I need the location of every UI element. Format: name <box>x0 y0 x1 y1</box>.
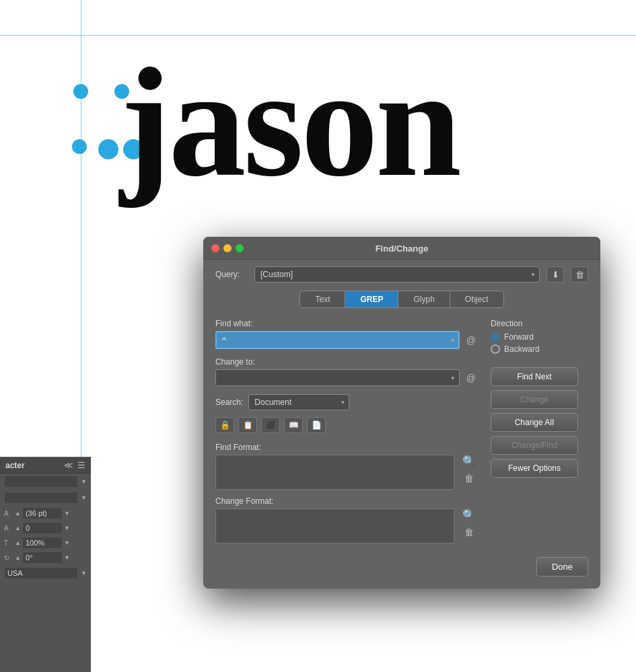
char-panel-icons: ≪ ☰ <box>64 460 85 470</box>
change-all-button[interactable]: Change AlI <box>491 413 578 432</box>
tab-glyph[interactable]: Glyph <box>398 291 450 307</box>
backward-radio[interactable] <box>491 344 500 354</box>
up-arrow[interactable]: ▲ <box>15 510 21 517</box>
lock-icon: 🔒 <box>220 420 230 430</box>
dropdown-arrow: ▼ <box>81 478 87 485</box>
close-button[interactable] <box>211 244 219 252</box>
fewer-options-button[interactable]: Fewer Options <box>491 459 578 478</box>
find-what-input[interactable] <box>215 331 460 349</box>
maximize-button[interactable] <box>236 244 244 252</box>
notes-icon: 📄 <box>312 420 322 430</box>
guide-horizontal <box>0 35 636 36</box>
document-icon: 📋 <box>243 420 253 430</box>
notes-icon-btn[interactable]: 📄 <box>307 417 326 433</box>
find-format-clear-button[interactable]: 🗑 <box>462 473 476 484</box>
layers-icon-btn[interactable]: ⬛ <box>261 417 280 433</box>
change-format-search-button[interactable]: 🔍 <box>462 509 476 521</box>
down-arrow4[interactable]: ▼ <box>64 554 70 561</box>
dropdown-arrow2: ▼ <box>81 494 87 501</box>
kerning-row: A ▲ 0 ▼ <box>0 521 91 535</box>
change-format-label: Change Format: <box>215 496 479 506</box>
down-arrow2[interactable]: ▼ <box>64 525 70 531</box>
dialog-body: Query: [Custom] ⬇ 🗑 Text GREP Glyph O <box>203 260 600 589</box>
direction-title: Direction <box>491 319 588 328</box>
doc-icon-btn[interactable]: 📋 <box>238 417 257 433</box>
menu-icon[interactable]: ☰ <box>77 460 85 470</box>
find-format-section: Find Format: 🔍 🗑 <box>215 443 479 490</box>
rotation-input[interactable]: 0° <box>22 552 63 564</box>
font-size-row: A ▲ (36 pt) ▼ <box>0 506 91 521</box>
lang-arrow: ▼ <box>81 570 87 576</box>
change-format-section: Change Format: 🔍 🗑 <box>215 496 479 544</box>
up-arrow4[interactable]: ▲ <box>15 554 21 561</box>
search-row: Search: Document <box>215 394 479 410</box>
collapse-icon[interactable]: ≪ <box>64 460 73 470</box>
language-row: USA ▼ <box>0 565 91 581</box>
change-to-input[interactable] <box>215 369 460 386</box>
delete-query-button[interactable]: 🗑 <box>571 266 588 283</box>
dialog-left: Find what: @ Change to: @ <box>215 319 479 550</box>
char-panel-title: acter <box>5 461 25 470</box>
change-format-clear-button[interactable]: 🗑 <box>462 527 476 537</box>
layers-icon: ⬛ <box>266 420 276 430</box>
forward-radio[interactable] <box>491 332 500 342</box>
traffic-lights <box>211 244 244 252</box>
find-format-box <box>215 455 454 490</box>
change-special-button[interactable]: @ <box>464 371 479 385</box>
find-what-label: Find what: <box>215 319 479 328</box>
language-select[interactable]: USA <box>4 567 78 579</box>
dialog-titlebar: Find/Change <box>203 237 600 260</box>
tab-object[interactable]: Object <box>450 291 503 307</box>
scale-row: T ▲ 100% ▼ <box>0 535 91 550</box>
forward-radio-row[interactable]: Forward <box>491 332 588 342</box>
char-panel-header: acter ≪ ☰ <box>0 457 91 474</box>
tab-text[interactable]: Text <box>300 291 345 307</box>
search-change-icon: 🔍 <box>462 509 476 521</box>
book-icon: 📖 <box>289 420 299 430</box>
backward-radio-row[interactable]: Backward <box>491 344 588 354</box>
change-button[interactable]: Change <box>491 390 578 409</box>
minimize-button[interactable] <box>223 244 232 252</box>
scale-input[interactable]: 100% <box>22 537 63 549</box>
font-family-select[interactable] <box>4 476 78 488</box>
down-arrow3[interactable]: ▼ <box>64 539 70 546</box>
book-icon-btn[interactable]: 📖 <box>284 417 303 433</box>
up-arrow2[interactable]: ▲ <box>15 525 21 531</box>
scale-icon: T <box>4 539 13 547</box>
icon-toolbar: 🔒 📋 ⬛ 📖 📄 <box>215 417 479 433</box>
trash-icon: 🗑 <box>575 270 584 280</box>
find-format-label: Find Format: <box>215 443 479 452</box>
kerning-input[interactable]: 0 <box>22 522 63 534</box>
query-select[interactable]: [Custom] <box>254 266 540 283</box>
rotation-row: ↻ ▲ 0° ▼ <box>0 550 91 565</box>
dialog-right: Direction Forward Backward Find Next Cha… <box>491 319 588 550</box>
down-arrow[interactable]: ▼ <box>64 510 70 517</box>
handle-bl[interactable] <box>72 139 87 154</box>
tab-grep[interactable]: GREP <box>345 291 398 307</box>
backward-label: Backward <box>504 344 540 354</box>
clear-format-icon: 🗑 <box>464 473 474 484</box>
find-special-button[interactable]: @ <box>464 334 479 347</box>
change-find-button[interactable]: Change/Find <box>491 436 578 455</box>
save-icon: ⬇ <box>552 270 559 280</box>
font-size-input[interactable]: (36 pt) <box>22 507 63 519</box>
character-panel: acter ≪ ☰ ▼ ▼ A ▲ (36 pt) ▼ <box>0 457 91 672</box>
up-arrow3[interactable]: ▲ <box>15 539 21 546</box>
dialog-title: Find/Change <box>376 244 429 254</box>
find-format-search-button[interactable]: 🔍 <box>462 455 476 468</box>
canvas-text: jason <box>120 46 459 200</box>
handle-bm[interactable] <box>98 139 118 159</box>
handle-tl[interactable] <box>73 84 88 99</box>
search-select[interactable]: Document <box>248 394 349 410</box>
lock-icon-btn[interactable]: 🔒 <box>215 417 234 433</box>
find-next-button[interactable]: Find Next <box>491 367 578 386</box>
find-change-dialog: Find/Change Query: [Custom] ⬇ 🗑 <box>203 237 600 589</box>
tabs-row: Text GREP Glyph Object <box>299 291 503 308</box>
query-label: Query: <box>215 270 248 279</box>
change-to-row: @ <box>215 369 479 386</box>
done-button[interactable]: Done <box>536 557 588 576</box>
dialog-columns: Find what: @ Change to: @ <box>215 319 588 550</box>
save-query-button[interactable]: ⬇ <box>546 266 564 283</box>
find-what-row: @ <box>215 331 479 349</box>
font-style-select[interactable] <box>4 492 78 504</box>
